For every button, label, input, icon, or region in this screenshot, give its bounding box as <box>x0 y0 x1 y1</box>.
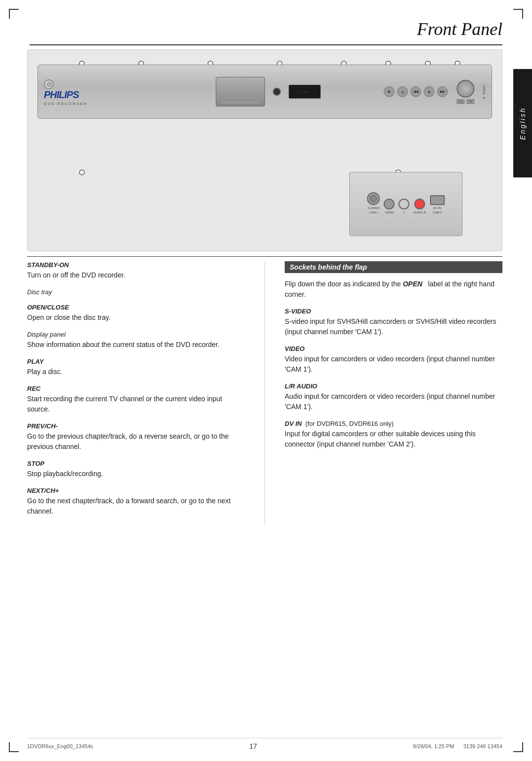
play-button-device: ▶ <box>384 86 395 97</box>
item-title-open-close: OPEN/CLOSE <box>27 304 245 311</box>
content-divider <box>27 256 502 257</box>
item-rec: REC Start recording the current TV chann… <box>27 385 245 415</box>
item-body-standby: Turn on or off the DVD recorder. <box>27 270 245 280</box>
svg-point-16 <box>79 170 84 175</box>
item-standby-on: STANDBY-ON Turn on or off the DVD record… <box>27 261 245 280</box>
item-title-video: VIDEO <box>285 345 502 352</box>
item-display-panel: Display panel Show information about the… <box>27 331 245 350</box>
item-body-dv-in: Input for digital camcorders or other su… <box>285 429 502 450</box>
right-column: Sockets behind the flap Flip down the do… <box>285 261 502 524</box>
device-image-area: ⏻ PHILIPS DVD RECORDER -- : -- ▶ ● ◀◀ ■ <box>27 49 502 251</box>
main-content: STANDBY-ON Turn on or off the DVD record… <box>27 261 502 731</box>
item-body-rec: Start recording the current TV channel o… <box>27 394 245 415</box>
left-column: STANDBY-ON Turn on or off the DVD record… <box>27 261 245 524</box>
standby-button: ⏻ <box>44 79 54 89</box>
sockets-flap-image: S-VIDEO CAM 1 VIDEO L AUDIO R DV IN <box>349 172 463 236</box>
footer-right: 9/28/04, 1:25 PM 3139 246 13454 <box>413 743 502 749</box>
item-title-lr-audio: L/R AUDIO <box>285 382 502 390</box>
item-body-lr-audio: Audio input for camcorders or video reco… <box>285 391 502 412</box>
item-body-display: Show information about the current statu… <box>27 340 245 350</box>
item-title-next-ch: NEXT/CH+ <box>27 487 245 494</box>
corner-mark-tr <box>513 9 523 19</box>
footer-date: 9/28/04, 1:25 PM <box>413 743 454 749</box>
item-stop: STOP Stop playback/recording. <box>27 460 245 479</box>
item-open-close: OPEN/CLOSE Open or close the disc tray. <box>27 304 245 323</box>
philips-logo: PHILIPS <box>44 89 79 101</box>
item-title-prev-ch: PREV/CH- <box>27 422 245 430</box>
footer: 1DVDR6xx_Eng00_13454c 17 9/28/04, 1:25 P… <box>27 738 502 750</box>
prev-button-device: ◀◀ <box>410 86 421 97</box>
rec-button-device: ● <box>397 86 408 97</box>
item-prev-ch: PREV/CH- Go to the previous chapter/trac… <box>27 422 245 452</box>
footer-center: 17 <box>249 742 257 750</box>
open-label: OPEN ▲ <box>482 85 486 99</box>
stop-button-device: ■ <box>424 86 434 97</box>
item-title-rec: REC <box>27 385 245 392</box>
page-title: Front Panel <box>30 19 502 39</box>
item-body-open-close: Open or close the disc tray. <box>27 312 245 323</box>
channel-dial <box>457 80 474 98</box>
item-body-next-ch: Go to the next chapter/track, do a forwa… <box>27 496 245 517</box>
item-flip-door: Flip down the door as indicated by the O… <box>285 279 502 300</box>
item-body-stop: Stop playback/recording. <box>27 469 245 479</box>
item-body-flip-door: Flip down the door as indicated by the O… <box>285 279 502 300</box>
language-tab: English <box>513 69 532 177</box>
item-title-stop: STOP <box>27 460 245 467</box>
corner-mark-tl <box>9 9 19 19</box>
next-button-device: ▶▶ <box>437 86 448 97</box>
item-dv-in: DV IN (for DVDR615, DVDR616 only) Input … <box>285 420 502 450</box>
item-title-svideo: S-VIDEO <box>285 308 502 315</box>
item-body-video: Video input for camcorders or video reco… <box>285 354 502 375</box>
item-body-svideo: S-video input for SVHS/Hi8 camcorders or… <box>285 316 502 337</box>
model-label: DVD RECORDER <box>44 102 88 106</box>
item-next-ch: NEXT/CH+ Go to the next chapter/track, d… <box>27 487 245 517</box>
item-title-dv-in: DV IN (for DVDR615, DVDR616 only) <box>285 420 502 427</box>
item-title-play: PLAY <box>27 358 245 365</box>
page-title-area: Front Panel <box>30 19 502 45</box>
footer-left: 1DVDR6xx_Eng00_13454c <box>27 743 94 749</box>
item-title-disc-tray: Disc tray <box>27 288 245 296</box>
footer-code: 3139 246 13454 <box>463 743 502 749</box>
item-title-display: Display panel <box>27 331 245 338</box>
corner-mark-br <box>513 742 523 752</box>
corner-mark-bl <box>9 742 19 752</box>
item-body-prev-ch: Go to the previous chapter/track, do a r… <box>27 431 245 452</box>
item-body-play: Play a disc. <box>27 367 245 377</box>
item-video: VIDEO Video input for camcorders or vide… <box>285 345 502 375</box>
item-lr-audio: L/R AUDIO Audio input for camcorders or … <box>285 382 502 412</box>
item-disc-tray: Disc tray <box>27 288 245 296</box>
item-svideo: S-VIDEO S-video input for SVHS/Hi8 camco… <box>285 308 502 337</box>
two-column-layout: STANDBY-ON Turn on or off the DVD record… <box>27 261 502 524</box>
device-front-panel: ⏻ PHILIPS DVD RECORDER -- : -- ▶ ● ◀◀ ■ <box>37 65 492 119</box>
item-title-standby: STANDBY-ON <box>27 261 245 269</box>
sockets-header: Sockets behind the flap <box>285 261 502 273</box>
language-label: English <box>519 107 527 140</box>
column-divider <box>265 261 265 524</box>
item-play: PLAY Play a disc. <box>27 358 245 377</box>
